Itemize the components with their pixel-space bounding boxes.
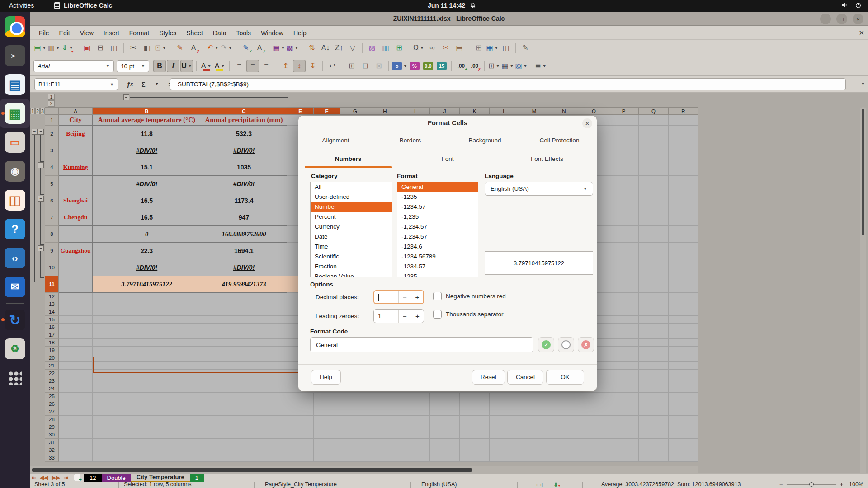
show-draw-functions-icon[interactable]: ✎ — [519, 42, 532, 54]
row-header-2[interactable]: 2 — [45, 126, 59, 142]
select-all-corner[interactable] — [45, 107, 59, 115]
cell-L30[interactable] — [490, 431, 519, 439]
cell-Q14[interactable] — [639, 308, 669, 316]
dock-item-vscode[interactable]: ‹› — [0, 244, 30, 272]
cell-B31[interactable] — [93, 439, 201, 446]
cell-C10[interactable]: #DIV/0! — [201, 259, 287, 276]
cell-C29[interactable] — [201, 423, 287, 431]
column-header-B[interactable]: B — [93, 107, 201, 115]
cell-A8[interactable] — [59, 226, 93, 243]
cell-P23[interactable] — [609, 377, 639, 385]
merge-and-center-icon[interactable]: ⊞ — [345, 60, 358, 72]
cell-J25[interactable] — [430, 393, 460, 400]
cell-N28[interactable] — [549, 416, 579, 423]
row-header-24[interactable]: 24 — [45, 385, 59, 393]
cell-A7[interactable]: Chengdu — [59, 209, 93, 226]
cell-Q11[interactable] — [639, 276, 669, 293]
cell-R5[interactable] — [669, 176, 698, 192]
cell-K28[interactable] — [460, 416, 490, 423]
underline-icon[interactable]: U▼ — [180, 60, 193, 72]
cell-P19[interactable] — [609, 347, 639, 354]
cell-C20[interactable] — [201, 354, 287, 362]
cell-O28[interactable] — [579, 416, 609, 423]
previous-sheet-icon[interactable]: ◀◀ — [40, 474, 48, 481]
cell-Q16[interactable] — [639, 324, 669, 331]
unmerge-cells-icon[interactable]: ⊠ — [373, 60, 385, 72]
align-bottom-icon[interactable]: ↧ — [307, 60, 319, 72]
column-group-collapse-button[interactable]: − — [123, 94, 129, 100]
language-dropdown[interactable]: English (USA) ▼ — [485, 182, 593, 196]
cell-C2[interactable]: 532.3 — [201, 126, 287, 142]
dock-item-app-grid[interactable] — [0, 363, 30, 392]
cell-B13[interactable] — [93, 300, 201, 308]
cell-B21[interactable] — [93, 362, 201, 370]
row-header-9[interactable]: 9 — [45, 243, 59, 259]
cell-C15[interactable] — [201, 316, 287, 324]
cell-E33[interactable] — [287, 454, 314, 462]
cell-P4[interactable] — [609, 159, 639, 176]
cell-Q9[interactable] — [639, 243, 669, 259]
cell-B26[interactable] — [93, 400, 201, 408]
cell-Q13[interactable] — [639, 300, 669, 308]
cell-P14[interactable] — [609, 308, 639, 316]
menu-tools[interactable]: Tools — [231, 28, 255, 38]
cell-A33[interactable] — [59, 454, 93, 462]
decimal-places-stepper[interactable]: − + — [373, 290, 424, 304]
clone-formatting-icon[interactable]: ✎ — [174, 42, 186, 54]
cell-K25[interactable] — [460, 393, 490, 400]
cell-A24[interactable] — [59, 385, 93, 393]
cell-O26[interactable] — [579, 400, 609, 408]
last-sheet-icon[interactable]: ⇥ — [64, 474, 68, 481]
cell-R29[interactable] — [669, 423, 698, 431]
column-header-I[interactable]: I — [400, 107, 430, 115]
cell-B11[interactable]: 3.79710415975122 — [93, 276, 201, 293]
column-header-J[interactable]: J — [430, 107, 460, 115]
print-icon[interactable]: ⊟ — [94, 42, 107, 54]
cell-B14[interactable] — [93, 308, 201, 316]
tab-borders[interactable]: Borders — [373, 131, 448, 150]
cell-Q1[interactable] — [639, 115, 669, 126]
cell-C33[interactable] — [201, 454, 287, 462]
dock-item-libreoffice-calc[interactable]: ▦ — [0, 99, 30, 128]
cell-A16[interactable] — [59, 324, 93, 331]
cell-B5[interactable]: #DIV/0! — [93, 176, 201, 192]
column-header-L[interactable]: L — [490, 107, 519, 115]
cell-Q19[interactable] — [639, 347, 669, 354]
row-header-29[interactable]: 29 — [45, 423, 59, 431]
dropdown-arrow-icon[interactable]: ▼ — [510, 64, 514, 68]
sort-icon[interactable]: ⇅ — [306, 42, 318, 54]
zoom-slider[interactable] — [787, 484, 836, 485]
cell-R24[interactable] — [669, 385, 698, 393]
special-character-icon[interactable]: Ω▼ — [412, 42, 425, 54]
dropdown-arrow-icon[interactable]: ▼ — [42, 46, 47, 50]
cell-C28[interactable] — [201, 416, 287, 423]
system-tray[interactable] — [841, 1, 862, 9]
cell-L29[interactable] — [490, 423, 519, 431]
format-code-input[interactable]: General — [310, 337, 533, 352]
cell-P10[interactable] — [609, 259, 639, 276]
cell-A20[interactable] — [59, 354, 93, 362]
headers-footers-icon[interactable]: ▤ — [453, 42, 466, 54]
row-header-10[interactable]: 10 — [45, 259, 59, 276]
dropdown-arrow-icon[interactable]: ▼ — [188, 64, 192, 68]
cell-J29[interactable] — [430, 423, 460, 431]
cell-C31[interactable] — [201, 439, 287, 446]
row-header-21[interactable]: 21 — [45, 362, 59, 370]
row-header-28[interactable]: 28 — [45, 416, 59, 423]
cell-Q31[interactable] — [639, 439, 669, 446]
cell-P20[interactable] — [609, 354, 639, 362]
cell-R23[interactable] — [669, 377, 698, 385]
leading-zeroes-increase-button[interactable]: + — [411, 310, 424, 323]
decimal-places-input[interactable] — [374, 291, 398, 303]
cell-N33[interactable] — [549, 454, 579, 462]
cell-B4[interactable]: 15.1 — [93, 159, 201, 176]
new-document-icon[interactable]: ▤▼ — [34, 42, 47, 54]
cell-K33[interactable] — [460, 454, 490, 462]
list-item[interactable]: -1234.6 — [397, 242, 478, 252]
column-header-G[interactable]: G — [340, 107, 370, 115]
column-header-C[interactable]: C — [201, 107, 287, 115]
insert-table-icon[interactable]: ▦▼ — [486, 42, 499, 54]
menu-view[interactable]: View — [75, 28, 98, 38]
cell-M26[interactable] — [519, 400, 549, 408]
redo-icon[interactable]: ↷▼ — [220, 42, 233, 54]
